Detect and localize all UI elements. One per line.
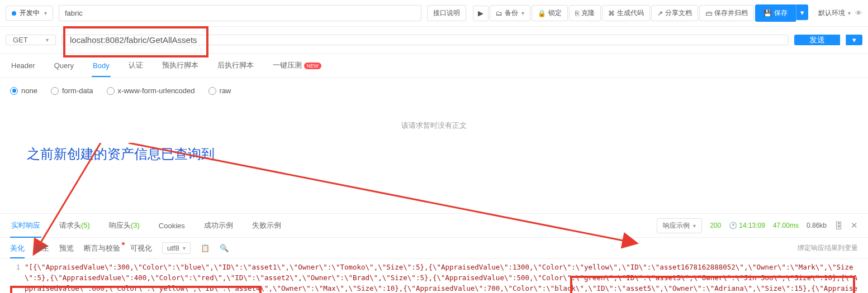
toolbar: 接口说明 ▶ 🗂备份▾ 🔒锁定 ⎘克隆 ⌘生成代码 ↗分享文档 🗃保存并归档 💾…: [427, 4, 862, 22]
status-dot-icon: [12, 11, 16, 16]
resp-tab-success[interactable]: 成功示例: [203, 214, 234, 237]
clone-icon: ⎘: [575, 9, 579, 17]
save-button[interactable]: 💾保存: [755, 4, 796, 22]
empty-body-message: 该请求暂时没有正文: [0, 104, 868, 142]
archive-icon: 🗃: [705, 9, 712, 17]
chevron-down-icon: ▾: [44, 10, 47, 16]
share-doc-button[interactable]: ↗分享文档: [651, 5, 698, 21]
response-meta: 响应示例 ▾ 200 🕐14:13:09 47.00ms 0.86kb 🗄 ✕: [657, 218, 858, 233]
radio-form-data[interactable]: form-data: [51, 87, 93, 95]
body-type-options: none form-data x-www-form-urlencoded raw: [0, 78, 868, 104]
api-name-input[interactable]: [59, 5, 421, 21]
play-icon: ▶: [478, 9, 483, 17]
request-row: GET ▾ localhost:8082/fabric/GetAllAssets…: [0, 27, 868, 54]
tab-query[interactable]: Query: [53, 55, 75, 76]
radio-none[interactable]: none: [10, 87, 37, 95]
save-icon: 💾: [763, 9, 772, 17]
url-input[interactable]: localhost:8082/fabric/GetAllAssets: [61, 35, 789, 45]
radio-raw[interactable]: raw: [208, 87, 231, 95]
top-bar: 开发中 ▾ 接口说明 ▶ 🗂备份▾ 🔒锁定 ⎘克隆 ⌘生成代码 ↗分享文档 🗃保…: [0, 0, 868, 27]
tab-header[interactable]: Header: [10, 55, 36, 76]
env-select[interactable]: 默认环境 ▾: [815, 6, 854, 20]
status-label: 开发中: [20, 8, 40, 18]
resp-tab-resp-headers[interactable]: 响应头(3): [108, 214, 141, 237]
chevron-down-icon: ▾: [46, 37, 49, 43]
tab-body[interactable]: Body: [92, 55, 111, 76]
save-dropdown[interactable]: ▾: [796, 4, 808, 20]
clock-icon: 🕐: [729, 222, 737, 229]
new-badge: NEW: [304, 63, 321, 69]
backup-icon: 🗂: [496, 9, 502, 17]
response-tools: 美化 原生 预览 断言与校验 可视化 utf8▾ 📋 🔍 绑定响应结果到变量: [0, 238, 868, 259]
gen-code-button[interactable]: ⌘生成代码: [602, 5, 650, 21]
api-desc-button[interactable]: 接口说明: [427, 5, 466, 21]
response-body: 1 "[{\"AppraisedValue\":300,\"Color\":\"…: [0, 259, 868, 293]
chevron-down-icon: ▾: [800, 8, 804, 17]
encoding-select[interactable]: utf8▾: [162, 242, 191, 254]
send-dropdown[interactable]: ▾: [846, 35, 862, 45]
url-value: localhost:8082/fabric/GetAllAssets: [70, 35, 197, 45]
resp-tab-req-headers[interactable]: 请求头(5): [58, 214, 91, 237]
red-dot-icon: [122, 242, 125, 245]
run-button[interactable]: ▶: [473, 6, 488, 21]
tool-beautify[interactable]: 美化: [10, 243, 25, 253]
tab-auth[interactable]: 认证: [127, 54, 144, 77]
tab-compress[interactable]: 一键压测NEW: [272, 54, 322, 77]
chevron-down-icon: ▾: [852, 36, 856, 44]
annotation-text: 之前新创建的资产信息已查询到: [0, 142, 868, 163]
copy-icon[interactable]: 📋: [201, 244, 210, 252]
code-icon: ⌘: [608, 9, 615, 17]
response-example-button[interactable]: 响应示例 ▾: [657, 218, 702, 233]
tool-assert[interactable]: 断言与校验: [84, 243, 120, 253]
line-number: 1: [10, 262, 25, 293]
clone-button[interactable]: ⎘克隆: [569, 5, 601, 21]
response-duration: 47.00ms: [773, 222, 799, 229]
resp-tab-realtime[interactable]: 实时响应: [10, 214, 41, 237]
request-tabs: Header Query Body 认证 预执行脚本 后执行脚本 一键压测NEW: [0, 54, 868, 78]
close-icon[interactable]: ✕: [851, 220, 858, 230]
tool-preview[interactable]: 预览: [59, 243, 74, 253]
backup-button[interactable]: 🗂备份▾: [490, 5, 530, 21]
search-icon[interactable]: 🔍: [220, 244, 229, 252]
lock-icon: 🔒: [538, 9, 546, 17]
tab-pre-script[interactable]: 预执行脚本: [161, 54, 200, 77]
eye-icon[interactable]: 👁: [855, 9, 862, 17]
response-tabs: 实时响应 请求头(5) 响应头(3) Cookies 成功示例 失败示例 响应示…: [0, 213, 868, 238]
tool-raw[interactable]: 原生: [35, 243, 49, 253]
save-archive-button[interactable]: 🗃保存并归档: [699, 5, 754, 21]
tab-post-script[interactable]: 后执行脚本: [216, 54, 255, 77]
bind-variable-link[interactable]: 绑定响应结果到变量: [798, 243, 858, 253]
send-button[interactable]: 发送: [794, 35, 840, 45]
share-icon: ↗: [657, 9, 663, 17]
response-size: 0.86kb: [807, 222, 827, 229]
tool-visualize[interactable]: 可视化: [130, 243, 152, 253]
resp-tab-fail[interactable]: 失败示例: [251, 214, 282, 237]
status-pill[interactable]: 开发中 ▾: [6, 6, 53, 21]
response-json[interactable]: "[{\"AppraisedValue\":300,\"Color\":\"bl…: [25, 262, 858, 293]
save-response-icon[interactable]: 🗄: [834, 221, 843, 230]
annotation-arrow-layer: [0, 163, 868, 213]
method-value: GET: [13, 36, 28, 44]
lock-button[interactable]: 🔒锁定: [532, 5, 568, 21]
method-select[interactable]: GET ▾: [6, 35, 56, 45]
response-time: 🕐14:13:09: [729, 222, 765, 229]
status-code: 200: [710, 222, 721, 229]
resp-tab-cookies[interactable]: Cookies: [158, 215, 186, 237]
radio-urlencoded[interactable]: x-www-form-urlencoded: [107, 87, 195, 95]
